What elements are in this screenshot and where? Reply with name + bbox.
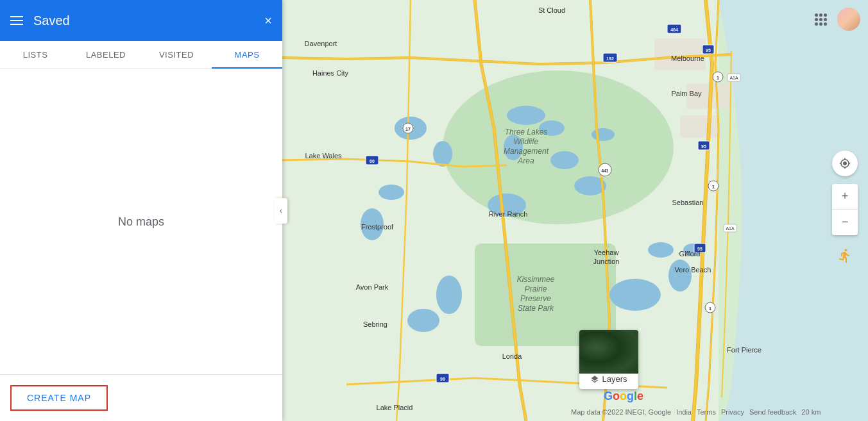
sidebar: Saved × LISTS LABELED VISITED MAPS No ma…	[0, 0, 282, 421]
tab-lists[interactable]: LISTS	[0, 41, 71, 69]
svg-point-12	[550, 151, 579, 169]
pegman-button[interactable]	[832, 243, 858, 268]
svg-text:Yeehaw: Yeehaw	[594, 249, 619, 256]
svg-text:Vero Beach: Vero Beach	[675, 266, 711, 274]
svg-text:Preserve: Preserve	[520, 294, 551, 303]
tab-maps[interactable]: MAPS	[212, 41, 282, 69]
svg-point-13	[591, 128, 615, 141]
map-area[interactable]: 95 95 95 1 1 1 A1A A1A 192	[282, 0, 868, 421]
svg-point-6	[433, 141, 452, 167]
svg-text:Sebring: Sebring	[363, 320, 387, 328]
zoom-in-button[interactable]: +	[832, 184, 858, 210]
layers-thumbnail	[579, 330, 638, 374]
google-logo: Google	[604, 390, 643, 403]
svg-text:A1A: A1A	[729, 76, 738, 80]
svg-point-3	[443, 70, 674, 224]
svg-text:Avon Park: Avon Park	[356, 283, 389, 291]
india-link[interactable]: India	[676, 408, 692, 416]
svg-text:Three Lakes: Three Lakes	[505, 128, 548, 136]
svg-text:17: 17	[405, 127, 411, 131]
svg-text:95: 95	[706, 48, 711, 53]
avatar[interactable]	[837, 8, 860, 31]
scale-label: 20 km	[801, 408, 821, 416]
svg-text:60: 60	[370, 159, 375, 163]
tab-labeled[interactable]: LABELED	[71, 41, 141, 69]
attribution-text: Map data ©2022 INEGI, Google	[571, 408, 671, 416]
svg-text:Lorida: Lorida	[502, 352, 522, 360]
svg-text:441: 441	[602, 169, 609, 173]
sidebar-title: Saved	[33, 13, 264, 28]
svg-point-17	[436, 276, 462, 314]
svg-text:Prairie: Prairie	[525, 285, 547, 293]
sidebar-header: Saved ×	[0, 0, 282, 41]
avatar-image	[837, 8, 860, 31]
apps-button[interactable]	[812, 11, 830, 28]
svg-text:Fort Pierce: Fort Pierce	[727, 346, 762, 354]
svg-text:Davenport: Davenport	[305, 40, 337, 47]
svg-text:Kissimmee: Kissimmee	[517, 275, 555, 284]
svg-rect-24	[680, 115, 719, 138]
svg-text:192: 192	[606, 56, 614, 61]
svg-text:Frostproof: Frostproof	[361, 223, 394, 231]
privacy-link[interactable]: Privacy	[721, 408, 744, 416]
create-map-button[interactable]: CREATE MAP	[10, 385, 108, 411]
svg-text:River Ranch: River Ranch	[489, 210, 528, 218]
svg-text:404: 404	[670, 28, 678, 32]
map-attribution: Map data ©2022 INEGI, Google India Terms…	[571, 408, 868, 416]
svg-text:Haines City: Haines City	[312, 69, 349, 77]
svg-point-18	[407, 309, 439, 332]
svg-text:Melbourne: Melbourne	[671, 54, 704, 62]
feedback-link[interactable]: Send feedback	[749, 408, 796, 416]
svg-text:Lake Wales: Lake Wales	[305, 152, 342, 160]
right-controls: + −	[832, 151, 858, 271]
terms-link[interactable]: Terms	[697, 408, 716, 416]
svg-point-16	[609, 279, 661, 311]
svg-text:St Cloud: St Cloud	[538, 6, 565, 14]
svg-text:Management: Management	[504, 147, 549, 156]
svg-text:State Park: State Park	[518, 304, 554, 313]
sidebar-content: No maps	[0, 69, 282, 374]
location-button[interactable]	[832, 151, 858, 176]
svg-text:1: 1	[717, 76, 719, 80]
svg-text:95: 95	[701, 144, 706, 149]
svg-text:A1A: A1A	[726, 226, 735, 231]
svg-text:Palm Bay: Palm Bay	[671, 90, 702, 97]
svg-text:Junction: Junction	[593, 258, 620, 265]
svg-point-7	[379, 185, 404, 200]
svg-text:Gifford: Gifford	[679, 250, 701, 258]
close-button[interactable]: ×	[264, 14, 272, 27]
tabs: LISTS LABELED VISITED MAPS	[0, 41, 282, 69]
svg-text:Area: Area	[517, 156, 534, 165]
layers-label: Layers	[590, 374, 627, 384]
svg-text:1: 1	[709, 306, 711, 311]
top-right-controls	[812, 8, 860, 31]
layers-icon	[590, 375, 599, 384]
svg-point-20	[668, 260, 692, 292]
svg-point-9	[507, 106, 545, 125]
tab-visited[interactable]: VISITED	[141, 41, 212, 69]
zoom-out-button[interactable]: −	[832, 210, 858, 235]
svg-point-19	[648, 242, 674, 258]
svg-text:Sebastian: Sebastian	[672, 199, 704, 206]
hamburger-icon[interactable]	[10, 16, 23, 25]
svg-text:98: 98	[440, 377, 445, 381]
svg-text:Wildlife: Wildlife	[514, 137, 539, 146]
collapse-arrow[interactable]: ‹	[275, 198, 287, 224]
no-maps-text: No maps	[118, 215, 164, 229]
layers-button[interactable]: Layers	[579, 330, 638, 389]
sidebar-footer: CREATE MAP	[0, 374, 282, 421]
svg-text:Lake Placid: Lake Placid	[377, 404, 413, 411]
svg-text:1: 1	[712, 185, 715, 189]
